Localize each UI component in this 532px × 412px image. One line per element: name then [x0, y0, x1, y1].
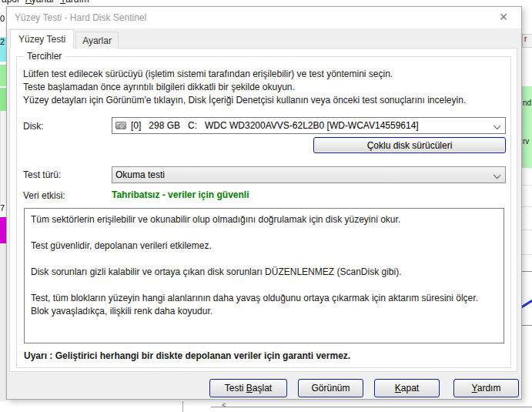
tab-yuzey-testi[interactable]: Yüzey Testi [10, 29, 74, 49]
chevron-down-icon[interactable] [494, 172, 500, 179]
background-axis-line [211, 407, 532, 407]
data-impact-label: Veri etkisi: [23, 190, 65, 201]
background-menu-yardim[interactable]: Yardım [60, 0, 89, 5]
warning-text: Uyarı : Geliştirici herhangi bir diskte … [24, 350, 350, 361]
dialog-title: Yüzey Testi - Hard Disk Sentinel [15, 7, 146, 28]
background-divider-line [182, 401, 183, 412]
background-menu-ayarlar[interactable]: Ayarlar [25, 0, 55, 5]
multi-disk-button[interactable]: Çoklu disk sürücüleri [313, 137, 506, 153]
background-chart-border [522, 271, 532, 272]
description-paragraph: Test güvenlidir, depolanan verileri etki… [31, 239, 497, 253]
background-left-strip: 0 2 7 [0, 6, 6, 412]
close-button[interactable]: Kapat [374, 379, 440, 397]
start-test-button[interactable]: Testi Başlat [209, 379, 287, 397]
description-paragraph: Test, tüm blokların yüzeyin hangi alanla… [31, 292, 497, 318]
data-impact-value: Tahribatsız - veriler için güvenli [112, 189, 249, 200]
background-right-strip: r nd rv [522, 0, 532, 412]
test-type-label: Test türü: [23, 169, 61, 180]
disk-icon [115, 122, 126, 129]
background-left-digit-2: 7 [0, 203, 6, 216]
background-chart-border [522, 325, 532, 326]
background-gray-fragment [0, 243, 6, 412]
disk-select-value: [0] 298 GB C: WDC WD3200AVVS-62L2B0 [WD-… [131, 120, 419, 131]
background-health-bar-green [0, 65, 6, 86]
background-magenta-block [0, 217, 6, 243]
background-left-digit: 0 [0, 14, 6, 26]
test-type-value: Okuma testi [115, 169, 165, 180]
tab-page: Tercihler Lütfen test edilecek sürücüyü … [9, 48, 517, 372]
tab-strip: Yüzey Testi Ayarlar [10, 29, 120, 49]
background-menu-rapor[interactable]: apor [2, 0, 20, 5]
test-type-select[interactable]: Okuma testi [112, 166, 506, 183]
background-performance-bar-green [0, 88, 6, 111]
groupbox-title: Tercihler [24, 51, 65, 62]
background-green-text-2: rv [523, 137, 529, 146]
description-paragraph: Tüm sektörlerin erişilebilir ve okunabil… [31, 213, 497, 226]
background-row-line [522, 254, 532, 255]
background-green-text-1: nd [523, 99, 531, 107]
title-bar[interactable]: Yüzey Testi - Hard Disk Sentinel × [7, 7, 521, 28]
background-row-line [522, 206, 532, 207]
screen: apor Ayarlar Yardım 0 2 7 r nd rv < Yü [0, 0, 532, 412]
surface-test-dialog: Yüzey Testi - Hard Disk Sentinel × Yüzey… [6, 6, 522, 400]
disk-label: Disk: [23, 121, 44, 132]
tab-ayarlar[interactable]: Ayarlar [75, 32, 119, 49]
background-tab-fragment: r [522, 34, 532, 48]
tercihler-groupbox: Tercihler Lütfen test edilecek sürücüyü … [16, 56, 511, 368]
chevron-down-icon[interactable] [494, 122, 500, 129]
background-row-line [522, 229, 532, 230]
background-bottom-strip: < [0, 401, 532, 412]
disk-select[interactable]: [0] 298 GB C: WDC WD3200AVVS-62L2B0 [WD-… [112, 117, 506, 134]
background-temperature-curve [522, 300, 532, 309]
background-panel-fragment [0, 111, 6, 203]
instructions-text: Lütfen test edilecek sürücüyü (işletim s… [23, 68, 466, 107]
description-text-area[interactable]: Tüm sektörlerin erişilebilir ve okunabil… [24, 208, 504, 343]
background-green-status-panel: nd rv [522, 86, 532, 168]
help-button[interactable]: Yardım [453, 379, 519, 397]
background-temp-cell-cyan: 2 [0, 37, 6, 62]
view-button[interactable]: Görünüm [298, 379, 363, 397]
close-icon[interactable]: × [495, 7, 512, 27]
background-row-line [522, 185, 532, 186]
description-paragraph: Disk sorunları gizli kalabilir ve ortaya… [31, 266, 497, 279]
background-menubar: apor Ayarlar Yardım [0, 0, 532, 6]
background-axis-mark: < [222, 401, 226, 409]
